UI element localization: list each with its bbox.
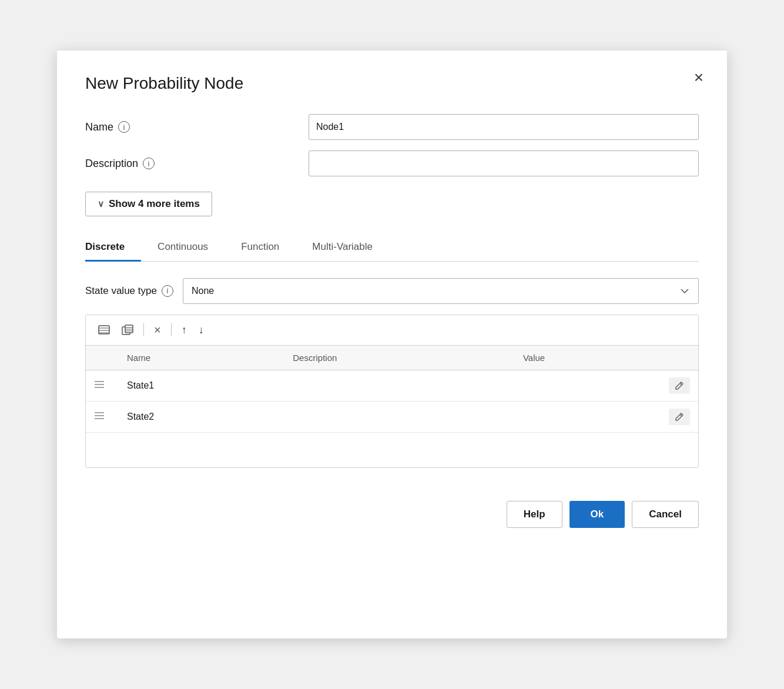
states-table: Name Description Value: [86, 346, 698, 468]
tab-function[interactable]: Function: [225, 235, 296, 262]
row1-value: [515, 370, 661, 401]
toolbar-divider-2: [171, 323, 172, 336]
table-row: State1: [86, 370, 698, 401]
name-info-icon: i: [118, 121, 130, 133]
row2-name: State2: [119, 401, 284, 432]
states-table-container: × ↑ ↓ Name Description Value: [85, 315, 699, 469]
row2-icon-cell: [86, 401, 119, 432]
toolbar-divider-1: [143, 323, 144, 336]
row1-description: [284, 370, 515, 401]
row2-drag-icon: [94, 411, 105, 422]
empty-cell: [86, 432, 698, 467]
ok-button[interactable]: Ok: [569, 501, 625, 528]
tabs: Discrete Continuous Function Multi-Varia…: [85, 235, 699, 262]
table-toolbar: × ↑ ↓: [86, 315, 698, 346]
state-value-info-icon: i: [162, 285, 173, 297]
add-row-button[interactable]: [94, 323, 114, 337]
description-row: Description i: [85, 150, 699, 176]
close-button[interactable]: ×: [694, 69, 703, 86]
dialog-title: New Probability Node: [85, 74, 699, 93]
row1-actions: [661, 370, 698, 401]
delete-row-button[interactable]: ×: [150, 321, 165, 339]
dialog: New Probability Node × Name i Descriptio…: [57, 51, 727, 638]
name-label: Name i: [85, 121, 309, 133]
row2-actions: [661, 401, 698, 432]
state-value-label: State value type i: [85, 285, 173, 297]
table-header-row: Name Description Value: [86, 346, 698, 370]
col-value: Value: [515, 346, 661, 370]
footer-buttons: Help Ok Cancel: [85, 491, 699, 528]
row2-edit-button[interactable]: [669, 409, 690, 425]
svg-line-12: [680, 383, 682, 385]
chevron-down-icon: ∨: [98, 199, 104, 209]
row2-description: [284, 401, 515, 432]
col-icon: [86, 346, 119, 370]
name-input[interactable]: [309, 114, 699, 140]
tab-continuous[interactable]: Continuous: [141, 235, 225, 262]
row1-edit-button[interactable]: [669, 377, 690, 394]
row1-icon-cell: [86, 370, 119, 401]
copy-row-button[interactable]: [118, 322, 138, 337]
state-value-select[interactable]: None Integer Real String: [183, 278, 699, 304]
cancel-button[interactable]: Cancel: [632, 501, 699, 528]
description-info-icon: i: [143, 158, 155, 169]
tab-discrete[interactable]: Discrete: [85, 235, 141, 262]
tab-multi-variable[interactable]: Multi-Variable: [296, 235, 389, 262]
show-more-button[interactable]: ∨ Show 4 more items: [85, 192, 212, 216]
state-value-row: State value type i None Integer Real Str…: [85, 278, 699, 304]
name-row: Name i: [85, 114, 699, 140]
svg-line-16: [680, 414, 682, 416]
col-actions: [661, 346, 698, 370]
row1-drag-icon: [94, 380, 105, 391]
row2-value: [515, 401, 661, 432]
table-empty-row: [86, 432, 698, 467]
help-button[interactable]: Help: [507, 501, 562, 528]
row1-name: State1: [119, 370, 284, 401]
description-input[interactable]: [309, 150, 699, 176]
col-name: Name: [119, 346, 284, 370]
move-up-button[interactable]: ↑: [177, 322, 191, 339]
move-down-button[interactable]: ↓: [195, 322, 208, 339]
col-description: Description: [284, 346, 515, 370]
table-row: State2: [86, 401, 698, 432]
description-label: Description i: [85, 158, 309, 170]
